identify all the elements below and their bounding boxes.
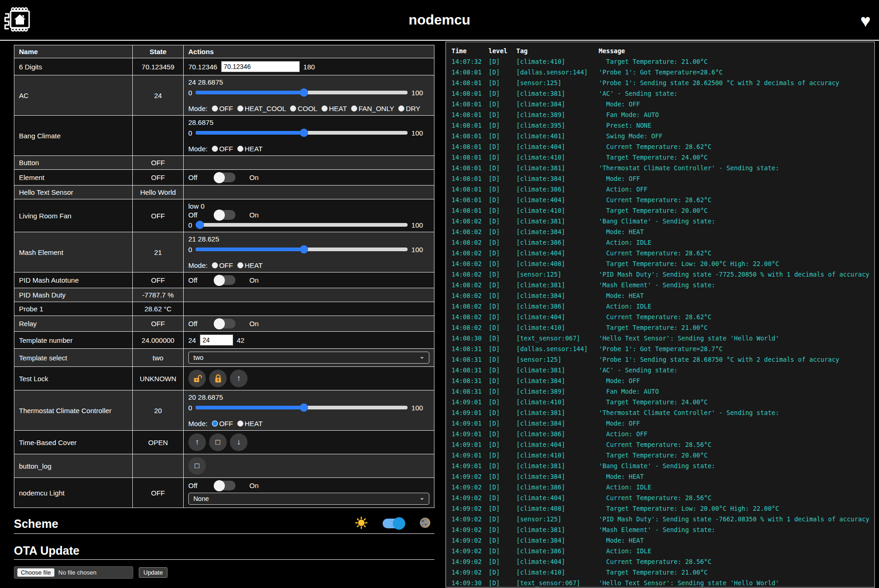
mode-radio-option[interactable]: OFF — [212, 145, 233, 153]
stop-square-button[interactable]: □ — [209, 433, 227, 451]
mode-radio-option[interactable]: HEAT — [237, 420, 263, 427]
choose-file-button[interactable]: Choose file — [17, 568, 55, 577]
log-message: Current Temperature: 28.56°C — [599, 493, 869, 503]
slider[interactable] — [196, 129, 408, 137]
switch-off-label: Off — [188, 482, 214, 489]
switch-row: OffOn — [188, 210, 429, 220]
slider-thumb[interactable] — [300, 129, 308, 137]
arrow-up-button[interactable]: ↑ — [230, 370, 248, 387]
climate-mode-row: Mode:OFFHEAT_COOLCOOLHEATFAN_ONLYDRY — [188, 105, 429, 112]
sun-icon[interactable] — [355, 516, 368, 531]
arrow-up-button[interactable]: ↑ — [188, 433, 206, 451]
toggle-switch[interactable] — [214, 275, 235, 285]
slider[interactable] — [196, 403, 408, 412]
log-message: 'Probe 1': Got Temperature=28.6°C — [599, 67, 869, 78]
mode-option-label: OFF — [219, 420, 233, 427]
radio-button[interactable] — [212, 146, 218, 152]
mode-radio-option[interactable]: FAN_ONLY — [351, 105, 394, 112]
square-button[interactable]: □ — [188, 457, 206, 475]
radio-button[interactable] — [212, 421, 218, 427]
radio-button[interactable] — [290, 105, 296, 111]
switch-off-label: Off — [188, 276, 214, 284]
lock-open-button[interactable] — [188, 370, 206, 387]
file-input[interactable]: Choose file No file chosen — [14, 566, 133, 579]
toggle-switch[interactable] — [214, 173, 235, 182]
mode-radio-option[interactable]: HEAT_COOL — [237, 105, 286, 112]
entity-state: 21 — [133, 232, 184, 272]
slider[interactable] — [196, 245, 408, 254]
mode-radio-option[interactable]: OFF — [212, 261, 233, 269]
entity-name: button_log — [14, 454, 133, 478]
radio-button[interactable] — [322, 105, 328, 111]
mode-radio-option[interactable]: COOL — [290, 105, 317, 112]
action-content: 20 28.68750100Mode:OFFHEAT — [188, 393, 429, 427]
mode-radio-option[interactable]: HEAT — [237, 261, 263, 269]
entity-state: 70.123459 — [133, 58, 184, 75]
radio-button[interactable] — [351, 105, 357, 111]
log-panel[interactable]: Time level Tag Message 14:07:32[D][clima… — [446, 42, 875, 588]
log-tag: [sensor:125] — [516, 514, 599, 525]
number-input[interactable] — [200, 334, 233, 346]
switch-on-label: On — [249, 320, 259, 328]
action-content: ↑□↓ — [188, 433, 429, 451]
radio-button[interactable] — [237, 262, 243, 268]
log-tag: [climate:384] — [516, 535, 599, 546]
log-row: 14:08:01[D][climate:395] Preset: NONE — [452, 120, 869, 131]
slider-max-label: 100 — [411, 129, 423, 137]
log-tag: [sensor:125] — [516, 354, 599, 365]
slider[interactable] — [196, 221, 408, 229]
radio-button[interactable] — [237, 105, 243, 111]
toggle-switch[interactable] — [214, 210, 235, 220]
select-dropdown[interactable]: two⌄ — [188, 352, 429, 364]
radio-button[interactable] — [237, 146, 243, 152]
slider-thumb[interactable] — [196, 221, 204, 229]
climate-value-label: 20 28.6875 — [188, 393, 429, 401]
mode-radio-option[interactable]: OFF — [212, 105, 233, 112]
toggle-switch[interactable] — [214, 481, 235, 490]
number-input[interactable] — [221, 61, 300, 72]
lock-closed-button[interactable] — [209, 370, 227, 387]
slider-thumb[interactable] — [300, 88, 308, 97]
slider-thumb[interactable] — [300, 403, 308, 412]
arrow-down-button[interactable]: ↓ — [230, 433, 248, 451]
radio-button[interactable] — [212, 105, 218, 111]
log-message: Target Temperature: 24.00°C — [599, 152, 869, 163]
mode-label: Mode: — [188, 105, 208, 112]
log-tag: [climate:410] — [516, 205, 599, 216]
log-level: [D] — [489, 120, 516, 131]
entity-actions — [184, 156, 434, 170]
scheme-toggle[interactable] — [383, 519, 404, 528]
radio-button[interactable] — [212, 262, 218, 268]
log-tag: [climate:384] — [516, 227, 599, 237]
slider-fill — [196, 406, 304, 409]
select-value: None — [193, 495, 209, 502]
update-button[interactable]: Update — [139, 567, 167, 578]
entity-state: OFF — [133, 316, 184, 332]
action-content: 24 28.68750100Mode:OFFHEAT_COOLCOOLHEATF… — [188, 78, 429, 112]
log-tag: [climate:404] — [516, 195, 599, 205]
log-message: Mode: HEAT — [599, 471, 869, 482]
slider[interactable] — [196, 88, 408, 97]
log-time: 14:08:02 — [452, 227, 489, 237]
toggle-switch[interactable] — [214, 319, 235, 328]
action-content: 28.68750100Mode:OFFHEAT — [188, 118, 429, 153]
radio-button[interactable] — [237, 421, 243, 427]
log-message: Target Temperature: Low: 20.00°C High: 2… — [599, 503, 869, 514]
climate-mode-row: Mode:OFFHEAT — [188, 261, 429, 269]
mode-radio-option[interactable]: DRY — [398, 105, 420, 112]
log-header-message: Message — [599, 46, 869, 56]
number-min-label: 70.12346 — [188, 63, 217, 71]
climate-value-label: 21 28.625 — [188, 235, 429, 243]
entity-state: Hello World — [133, 186, 184, 199]
mode-radio-option[interactable]: HEAT — [237, 145, 263, 153]
log-tag: [climate:410] — [516, 567, 599, 578]
log-time: 14:08:01 — [452, 142, 489, 152]
radio-button[interactable] — [398, 105, 404, 111]
moon-icon[interactable] — [419, 516, 432, 531]
log-row: 14:08:02[D][climate:381]'Bang Climate' -… — [452, 216, 869, 227]
mode-radio-option[interactable]: HEAT — [322, 105, 347, 112]
log-time: 14:08:31 — [452, 365, 489, 376]
mode-radio-option[interactable]: OFF — [212, 420, 233, 427]
select-dropdown[interactable]: None⌄ — [188, 493, 429, 505]
slider-thumb[interactable] — [300, 245, 308, 254]
